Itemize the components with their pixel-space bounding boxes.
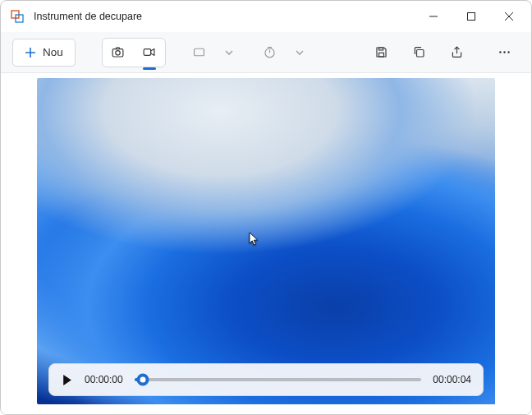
video-icon <box>142 45 156 59</box>
new-button[interactable]: Nou <box>12 39 76 67</box>
snip-mode-button[interactable] <box>104 40 132 65</box>
more-icon <box>498 45 511 59</box>
toolbar: Nou <box>1 32 531 73</box>
play-button[interactable] <box>61 374 73 386</box>
snip-shape-button[interactable] <box>184 39 215 67</box>
mode-switch <box>102 38 166 67</box>
more-button[interactable] <box>488 39 520 67</box>
maximize-button[interactable] <box>452 3 490 30</box>
svg-rect-10 <box>144 49 151 56</box>
delay-dropdown[interactable] <box>292 48 307 57</box>
svg-rect-11 <box>195 48 204 56</box>
window-title: Instrument de decupare <box>34 11 142 22</box>
svg-rect-3 <box>468 13 475 21</box>
new-button-label: Nou <box>43 46 63 58</box>
playback-bar: 00:00:00 00:00:04 <box>48 363 484 396</box>
copy-icon <box>412 45 426 59</box>
snip-shape-dropdown[interactable] <box>222 48 236 57</box>
delay-timer-icon <box>263 45 277 59</box>
share-icon <box>450 45 464 59</box>
svg-rect-16 <box>378 48 383 50</box>
rectangle-mode-icon <box>192 45 206 59</box>
plus-icon <box>25 47 36 58</box>
play-icon <box>61 374 73 386</box>
seek-thumb[interactable] <box>137 374 149 386</box>
svg-point-18 <box>499 51 501 53</box>
close-button[interactable] <box>490 3 528 30</box>
svg-point-20 <box>507 51 509 53</box>
copy-button[interactable] <box>403 39 434 67</box>
record-mode-button[interactable] <box>135 40 163 65</box>
duration: 00:00:04 <box>433 374 471 385</box>
titlebar: Instrument de decupare <box>1 1 531 32</box>
save-button[interactable] <box>365 39 397 67</box>
preview-area: 00:00:00 00:00:04 <box>1 73 531 414</box>
svg-rect-15 <box>378 53 383 57</box>
save-icon <box>374 45 388 59</box>
svg-point-9 <box>116 51 120 55</box>
wallpaper-bloom <box>37 78 495 404</box>
video-preview: 00:00:00 00:00:04 <box>37 78 495 404</box>
cursor-icon <box>248 232 259 249</box>
camera-icon <box>111 45 125 59</box>
svg-rect-17 <box>416 50 424 58</box>
app-icon <box>11 10 24 23</box>
minimize-button[interactable] <box>415 3 452 30</box>
current-time: 00:00:00 <box>85 374 123 385</box>
svg-point-19 <box>503 51 505 53</box>
seek-track[interactable] <box>135 378 422 381</box>
app-window: Instrument de decupare Nou <box>0 0 532 415</box>
share-button[interactable] <box>441 39 472 67</box>
delay-button[interactable] <box>255 39 286 67</box>
